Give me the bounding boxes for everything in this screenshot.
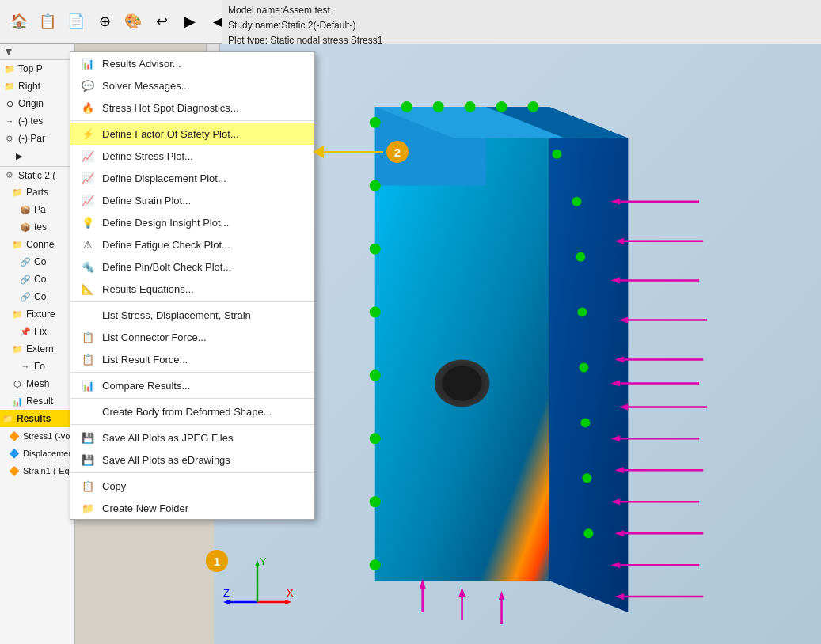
sidebar-item-tes[interactable]: 📦 tes <box>0 218 74 236</box>
stress-hotspot-icon: 🔥 <box>80 100 96 116</box>
menu-item-list-result[interactable]: 📋 List Result Force... <box>70 348 314 370</box>
sidebar-item-co3[interactable]: 🔗 Co <box>0 288 74 305</box>
sidebar-item-top[interactable]: 📁 Top P <box>0 60 74 78</box>
fixture-dot-3 <box>370 244 381 255</box>
create-folder-icon: 📁 <box>80 500 96 516</box>
fixture-dot-6 <box>370 433 381 444</box>
menu-item-solver-messages-label: Solver Messages... <box>102 80 305 92</box>
sidebar-item-test[interactable]: → (-) tes <box>0 112 74 130</box>
hole-inner <box>443 366 482 400</box>
right-dot-7 <box>582 473 591 483</box>
annotation-arrow-2: 2 <box>313 141 409 163</box>
toolbar-next-icon[interactable]: ▶ <box>177 9 203 34</box>
fixture-dot-2 <box>370 180 381 191</box>
toolbar-target-icon[interactable]: ⊕ <box>92 9 117 34</box>
sidebar-item-disp1[interactable]: 🔷 Displacement1 (-Res disp-) <box>0 445 74 462</box>
sidebar-item-origin[interactable]: ⊕ Origin <box>0 95 74 112</box>
sidebar-item-parts[interactable]: 📁 Parts <box>0 184 74 201</box>
context-menu: 📊 Results Advisor... 💬 Solver Messages..… <box>70 51 315 520</box>
copy-icon: 📋 <box>80 478 96 494</box>
sidebar-item-right[interactable]: 📁 Right <box>0 78 74 95</box>
menu-item-define-pin[interactable]: 🔩 Define Pin/Bolt Check Plot... <box>70 256 314 278</box>
menu-item-results-advisor[interactable]: 📊 Results Advisor... <box>70 52 314 74</box>
save-edrawings-icon: 💾 <box>80 452 96 468</box>
toolbar-home-icon[interactable]: 🏠 <box>6 9 32 34</box>
sidebar-item-static2[interactable]: ⚙ Static 2 ( <box>0 166 74 184</box>
sidebar-item-fo-label: Fo <box>34 361 45 372</box>
sidebar-item-strain1[interactable]: 🔶 Strain1 (-Equivalent-) <box>0 462 74 479</box>
menu-item-list-stress[interactable]: List Stress, Displacement, Strain <box>70 304 314 326</box>
static-gear-icon: ⚙ <box>3 169 16 182</box>
menu-item-define-factor-label: Define Factor Of Safety Plot... <box>102 128 305 140</box>
sidebar-item-par-label: (-) Par <box>18 133 45 144</box>
menu-item-save-edrawings[interactable]: 💾 Save All Plots as eDrawings <box>70 449 314 471</box>
sub-icon: ▶ <box>13 150 25 162</box>
right-dot-1 <box>552 150 561 159</box>
menu-item-copy[interactable]: 📋 Copy <box>70 475 314 497</box>
sidebar-item-results-active-label: Results <box>17 413 51 424</box>
menu-item-create-body-label: Create Body from Deformed Shape... <box>102 406 305 418</box>
menu-item-define-design[interactable]: 💡 Define Design Insight Plot... <box>70 211 314 233</box>
sidebar-item-mesh[interactable]: ⬡ Mesh <box>0 375 74 392</box>
toolbar-chart-icon[interactable]: 🎨 <box>120 9 146 34</box>
sidebar-item-fo[interactable]: → Fo <box>0 358 74 375</box>
sidebar-item-par[interactable]: ⚙ (-) Par <box>0 130 74 147</box>
strain1-icon: 🔶 <box>8 464 21 477</box>
menu-item-results-equations[interactable]: 📐 Results Equations... <box>70 278 314 300</box>
menu-item-copy-label: Copy <box>102 480 305 492</box>
sidebar-item-co1[interactable]: 🔗 Co <box>0 253 74 271</box>
menu-item-define-displacement[interactable]: 📈 Define Displacement Plot... <box>70 167 314 189</box>
menu-item-list-connector[interactable]: 📋 List Connector Force... <box>70 326 314 348</box>
sidebar-item-stress1[interactable]: 🔶 Stress1 (-vonMises-) <box>0 427 74 445</box>
menu-item-define-strain[interactable]: 📈 Define Strain Plot... <box>70 189 314 211</box>
sidebar-item-sub[interactable]: ▶ <box>0 147 74 165</box>
co3-icon: 🔗 <box>19 290 32 303</box>
arrow-line <box>324 151 383 153</box>
menu-item-create-folder[interactable]: 📁 Create New Folder <box>70 497 314 519</box>
sidebar-item-fixture[interactable]: 📁 Fixture <box>0 305 74 323</box>
sidebar-item-results-active[interactable]: 📁 Results <box>0 410 74 427</box>
menu-item-create-body[interactable]: Create Body from Deformed Shape... <box>70 400 314 422</box>
menu-item-compare-results[interactable]: 📊 Compare Results... <box>70 374 314 396</box>
sidebar-item-fix-label: Fix <box>34 326 47 337</box>
menu-item-save-jpeg[interactable]: 💾 Save All Plots as JPEG Files <box>70 426 314 449</box>
menu-item-list-stress-label: List Stress, Displacement, Strain <box>102 309 305 321</box>
filter-bar: ▼ <box>0 44 74 60</box>
sidebar-item-fix[interactable]: 📌 Fix <box>0 323 74 340</box>
menu-item-compare-results-label: Compare Results... <box>102 380 305 392</box>
menu-item-define-displacement-label: Define Displacement Plot... <box>102 172 305 184</box>
define-fatigue-icon: ⚠ <box>80 237 96 252</box>
filter-icon[interactable]: ▼ <box>3 45 14 58</box>
fixture-dot-top-2 <box>433 101 444 112</box>
sidebar-item-strain1-label: Strain1 (-Equivalent-) <box>23 466 75 475</box>
study-name-label: Study name:Static 2(-Default-) <box>228 18 815 33</box>
solver-messages-icon: 💬 <box>80 78 96 93</box>
menu-item-solver-messages[interactable]: 💬 Solver Messages... <box>70 74 314 97</box>
sidebar-item-pa[interactable]: 📦 Pa <box>0 201 74 218</box>
menu-item-stress-hotspot[interactable]: 🔥 Stress Hot Spot Diagnostics... <box>70 97 314 119</box>
menu-item-define-fatigue[interactable]: ⚠ Define Fatigue Check Plot... <box>70 233 314 256</box>
fix-icon: 📌 <box>19 325 32 338</box>
sidebar-item-pa-label: Pa <box>34 204 46 215</box>
save-jpeg-icon: 💾 <box>80 430 96 445</box>
axes-svg: Z X Y <box>222 551 293 622</box>
menu-separator-6 <box>70 472 314 473</box>
sidebar-item-tes-label: tes <box>34 222 47 233</box>
sidebar-item-co2[interactable]: 🔗 Co <box>0 271 74 288</box>
sidebar-item-result[interactable]: 📊 Result <box>0 392 74 410</box>
toolbar-doc2-icon[interactable]: 📄 <box>63 9 89 34</box>
result-icon: 📊 <box>11 395 24 407</box>
conne-folder-icon: 📁 <box>11 238 24 251</box>
sidebar-item-conne[interactable]: 📁 Conne <box>0 236 74 253</box>
menu-item-define-factor[interactable]: ⚡ Define Factor Of Safety Plot... <box>70 123 314 145</box>
menu-item-define-stress[interactable]: 📈 Define Stress Plot... <box>70 145 314 167</box>
mesh-icon: ⬡ <box>11 377 24 390</box>
menu-item-define-fatigue-label: Define Fatigue Check Plot... <box>102 239 305 251</box>
sidebar-item-extern[interactable]: 📁 Extern <box>0 340 74 358</box>
co1-icon: 🔗 <box>19 256 32 268</box>
toolbar-back-icon[interactable]: ↩ <box>149 9 174 34</box>
toolbar-doc-icon[interactable]: 📋 <box>35 9 60 34</box>
results-equations-icon: 📐 <box>80 281 96 297</box>
sidebar: ▼ 📁 Top P 📁 Right ⊕ Origin → (-) tes ⚙ (… <box>0 44 75 644</box>
define-factor-icon: ⚡ <box>80 126 96 142</box>
